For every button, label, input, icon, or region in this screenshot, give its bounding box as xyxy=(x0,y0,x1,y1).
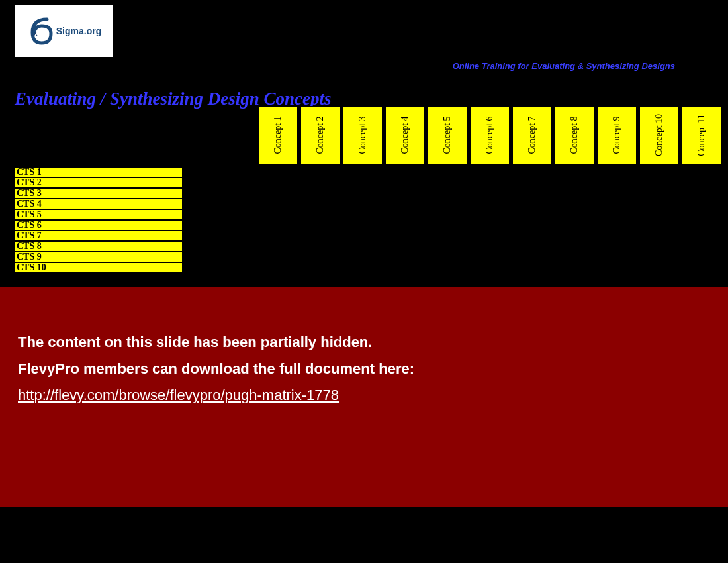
cts-row: CTS 8 xyxy=(15,241,183,252)
overlay-line-1: The content on this slide has been parti… xyxy=(18,334,372,351)
concept-label: Concept 3 xyxy=(357,116,368,154)
concept-label: Concept 5 xyxy=(442,116,453,154)
concept-label: Concept 8 xyxy=(569,116,580,154)
concept-header: Concept 6 xyxy=(470,106,510,164)
concept-label: Concept 10 xyxy=(654,114,664,156)
overlay-download-link[interactable]: http://flevy.com/browse/flevypro/pugh-ma… xyxy=(18,387,339,404)
cts-row: CTS 7 xyxy=(15,230,183,241)
cts-row: CTS 5 xyxy=(15,209,183,220)
concept-label: Concept 9 xyxy=(612,116,622,154)
concept-header: Concept 5 xyxy=(428,106,467,164)
concept-label: Concept 6 xyxy=(484,116,495,154)
logo-text: Sigma.org xyxy=(56,26,101,36)
cts-row: CTS 9 xyxy=(15,252,183,262)
concept-header: Concept 1 xyxy=(258,106,298,164)
concept-header: Concept 7 xyxy=(512,106,552,164)
concept-header: Concept 4 xyxy=(385,106,425,164)
cts-row: CTS 1 xyxy=(15,167,183,178)
concept-header-row: Concept 1 Concept 2 Concept 3 Concept 4 … xyxy=(258,106,721,164)
cts-row: CTS 10 xyxy=(15,262,183,273)
logo-ix-text: Ix xyxy=(31,28,38,38)
concept-label: Concept 1 xyxy=(273,116,283,154)
cts-column: CTS 1 CTS 2 CTS 3 CTS 4 CTS 5 CTS 6 CTS … xyxy=(15,167,183,273)
cts-row: CTS 2 xyxy=(15,178,183,188)
concept-header: Concept 8 xyxy=(555,106,594,164)
concept-header: Concept 11 xyxy=(682,106,721,164)
cts-row: CTS 3 xyxy=(15,188,183,199)
concept-header: Concept 10 xyxy=(639,106,679,164)
concept-label: Concept 7 xyxy=(527,116,537,154)
concept-label: Concept 11 xyxy=(696,114,707,156)
overlay-line-2: FlevyPro members can download the full d… xyxy=(18,360,414,378)
concept-header: Concept 9 xyxy=(597,106,637,164)
cts-row: CTS 4 xyxy=(15,199,183,209)
cts-row: CTS 6 xyxy=(15,220,183,230)
concept-header: Concept 3 xyxy=(343,106,383,164)
concept-label: Concept 4 xyxy=(400,116,410,154)
training-link[interactable]: Online Training for Evaluating & Synthes… xyxy=(453,61,675,71)
logo-inner: Ix Sigma.org xyxy=(26,17,101,46)
six-sigma-icon: Ix xyxy=(26,17,55,46)
logo-box: Ix Sigma.org xyxy=(15,5,113,57)
concept-label: Concept 2 xyxy=(315,116,326,154)
concept-header: Concept 2 xyxy=(300,106,340,164)
